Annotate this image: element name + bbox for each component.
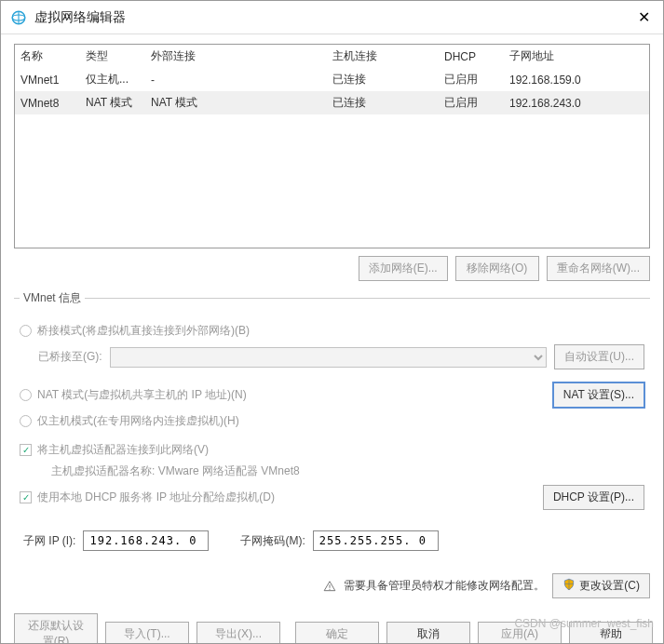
table-row[interactable]: VMnet1仅主机...-已连接已启用192.168.159.0 [15, 68, 649, 91]
network-table[interactable]: 名称 类型 外部连接 主机连接 DHCP 子网地址 VMnet1仅主机...-已… [14, 44, 650, 248]
dhcp-settings-button[interactable]: DHCP 设置(P)... [543, 485, 644, 510]
connect-adapter-label: 将主机虚拟适配器连接到此网络(V) [37, 442, 209, 458]
svg-point-4 [330, 588, 331, 589]
apply-button[interactable]: 应用(A) [478, 622, 562, 645]
restore-defaults-button[interactable]: 还原默认设置(R) [14, 613, 98, 644]
subnet-mask-label: 子网掩码(M): [240, 533, 305, 549]
subnet-ip-field[interactable]: 192.168.243. 0 [83, 530, 209, 551]
hostonly-radio[interactable] [20, 415, 32, 427]
close-icon[interactable]: ✕ [634, 8, 654, 26]
app-icon [10, 9, 27, 26]
export-button[interactable]: 导出(X)... [196, 622, 280, 645]
warning-icon [323, 580, 336, 593]
use-dhcp-check[interactable] [20, 491, 32, 503]
nat-settings-button[interactable]: NAT 设置(S)... [553, 382, 644, 408]
bridge-to-select[interactable] [110, 347, 548, 368]
connect-adapter-check[interactable] [20, 444, 32, 456]
shield-icon [562, 578, 576, 591]
rename-network-button[interactable]: 重命名网络(W)... [547, 256, 650, 281]
import-button[interactable]: 导入(T)... [105, 622, 189, 645]
nat-label: NAT 模式(与虚拟机共享主机的 IP 地址)(N) [37, 387, 247, 403]
add-network-button[interactable]: 添加网络(E)... [359, 256, 448, 281]
change-settings-button[interactable]: 更改设置(C) [552, 573, 650, 598]
ok-button[interactable]: 确定 [295, 622, 379, 645]
bridge-label: 桥接模式(将虚拟机直接连接到外部网络)(B) [37, 323, 250, 339]
nat-radio[interactable] [20, 389, 32, 401]
auto-settings-button[interactable]: 自动设置(U)... [554, 344, 644, 369]
titlebar: 虚拟网络编辑器 ✕ [1, 1, 663, 34]
adapter-name-label: 主机虚拟适配器名称: VMware 网络适配器 VMnet8 [51, 463, 300, 479]
window-title: 虚拟网络编辑器 [34, 9, 634, 26]
subnet-mask-field[interactable]: 255.255.255. 0 [313, 530, 439, 551]
vmnet-info-legend: VMnet 信息 [20, 290, 85, 306]
subnet-ip-label: 子网 IP (I): [23, 533, 75, 549]
hostonly-label: 仅主机模式(在专用网络内连接虚拟机)(H) [37, 413, 239, 429]
use-dhcp-label: 使用本地 DHCP 服务将 IP 地址分配给虚拟机(D) [37, 490, 275, 505]
table-row[interactable]: VMnet8NAT 模式NAT 模式已连接已启用192.168.243.0 [15, 91, 649, 114]
vmnet-info-group: VMnet 信息 桥接模式(将虚拟机直接连接到外部网络)(B) 已桥接至(G):… [14, 290, 650, 560]
table-header: 名称 类型 外部连接 主机连接 DHCP 子网地址 [15, 45, 649, 68]
cancel-button[interactable]: 取消 [386, 622, 470, 645]
bridge-to-label: 已桥接至(G): [38, 349, 102, 365]
help-button[interactable]: 帮助 [569, 622, 653, 645]
bridge-radio[interactable] [20, 325, 32, 337]
warning-text: 需要具备管理员特权才能修改网络配置。 [344, 578, 545, 594]
remove-network-button[interactable]: 移除网络(O) [455, 256, 539, 281]
